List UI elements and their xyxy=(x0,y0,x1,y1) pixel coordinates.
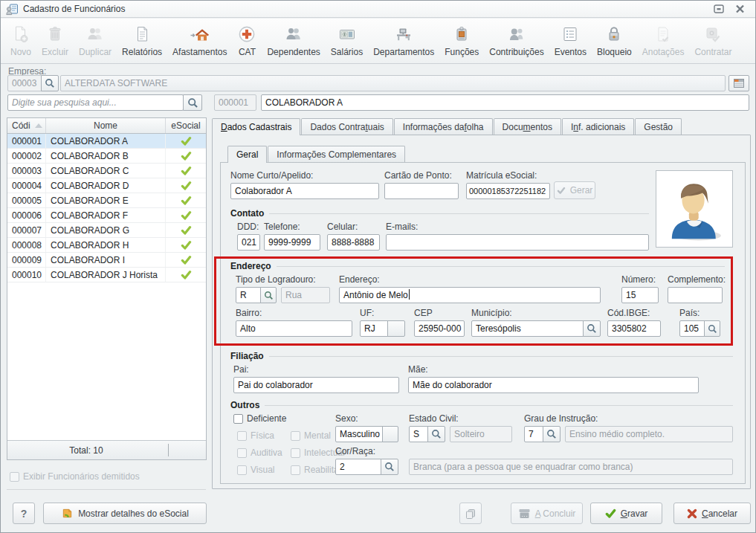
show-dismissed-label: Exibir Funcionários demitidos xyxy=(23,471,140,482)
toolbar-cat-button[interactable]: CAT xyxy=(232,21,262,63)
tab-dados-cadastrais[interactable]: Dados Cadastrais xyxy=(212,118,300,135)
tipo-logradouro-lookup-button[interactable] xyxy=(260,287,277,303)
cor-raca-code-field[interactable]: 2 xyxy=(335,459,381,475)
employee-name: COLABORADOR E xyxy=(46,193,166,207)
pai-label: Pai: xyxy=(233,364,399,375)
ddd-field[interactable]: 021 xyxy=(237,234,260,251)
toolbar-bloqueio-button[interactable]: Bloqueio xyxy=(592,21,637,63)
toolbar-novo-button[interactable]: Novo xyxy=(5,21,36,63)
employee-registration-window: Cadastro de Funcionários Novo Excluir Du… xyxy=(0,0,756,533)
pais-field[interactable]: 105 xyxy=(679,320,705,337)
help-button[interactable]: ? xyxy=(13,503,35,524)
toolbar-salarios-button[interactable]: Salários xyxy=(326,21,368,63)
tab-inf-adicionais[interactable]: Inf. adicionais xyxy=(562,118,634,135)
outros-group-title: Outros xyxy=(230,400,259,410)
toolbar-departamentos-button[interactable]: Departamentos xyxy=(368,21,439,63)
employee-row[interactable]: 000010 COLABORADOR J Horista xyxy=(7,268,206,282)
telefone-field[interactable]: 9999-9999 xyxy=(264,234,320,251)
company-window-button[interactable] xyxy=(728,75,749,91)
employee-row[interactable]: 000005 COLABORADOR E xyxy=(7,193,206,208)
empresa-code-field[interactable]: 00003 xyxy=(7,75,42,91)
mae-field[interactable]: Mãe do colaborador xyxy=(408,377,699,393)
close-button[interactable] xyxy=(731,3,748,15)
visual-checkbox[interactable]: Visual xyxy=(237,465,291,475)
empresa-lookup-button[interactable] xyxy=(41,75,59,91)
gravar-button[interactable]: Gravar xyxy=(590,503,662,524)
employee-code: 000001 xyxy=(7,134,46,148)
toolbar-relatorios-button[interactable]: Relatórios xyxy=(117,21,167,63)
employee-row[interactable]: 000009 COLABORADOR I xyxy=(7,253,206,268)
municipio-lookup-button[interactable] xyxy=(583,320,601,337)
column-header-code[interactable]: Códi xyxy=(7,118,46,133)
employee-row[interactable]: 000004 COLABORADOR D xyxy=(7,178,206,193)
sexo-dropdown-button[interactable] xyxy=(382,426,398,442)
matricula-esocial-field[interactable]: 00000185372251182 xyxy=(466,183,550,199)
cep-field[interactable]: 25950-000 xyxy=(414,320,465,337)
emails-field[interactable] xyxy=(386,234,649,251)
tab-dados-contratuais[interactable]: Dados Contratuais xyxy=(301,118,392,135)
toolbar-excluir-button[interactable]: Excluir xyxy=(36,21,74,63)
auditiva-checkbox[interactable]: Auditiva xyxy=(237,448,291,458)
tab-gestao[interactable]: Gestão xyxy=(635,118,682,135)
cor-raca-lookup-button[interactable] xyxy=(381,459,398,475)
grau-instrucao-lookup-button[interactable] xyxy=(543,426,560,442)
gerar-button[interactable]: Gerar xyxy=(554,181,595,199)
cartao-ponto-field[interactable] xyxy=(384,183,459,199)
sexo-combo-value[interactable]: Masculino xyxy=(335,426,383,442)
toolbar-duplicar-button[interactable]: Duplicar xyxy=(74,21,117,63)
minimize-button[interactable] xyxy=(711,3,727,15)
celular-field[interactable]: 8888-8888 xyxy=(327,234,380,251)
grau-instrucao-code-field[interactable]: 7 xyxy=(524,426,543,442)
employee-row[interactable]: 000002 COLABORADOR B xyxy=(7,149,206,164)
telefone-label: Telefone: xyxy=(264,222,320,232)
column-header-name[interactable]: Nome xyxy=(46,118,166,133)
employee-name: COLABORADOR F xyxy=(46,208,166,222)
estado-civil-code-field[interactable]: S xyxy=(409,426,428,442)
checkbox-box xyxy=(237,465,247,475)
search-button[interactable] xyxy=(183,94,202,111)
employee-name: COLABORADOR G xyxy=(46,223,166,237)
toolbar-contratar-button[interactable]: Contratar xyxy=(689,21,737,63)
column-header-esocial[interactable]: eSocial xyxy=(166,118,206,133)
toolbar-contribuicoes-button[interactable]: Contribuições xyxy=(484,21,549,63)
show-dismissed-checkbox[interactable]: Exibir Funcionários demitidos xyxy=(10,471,140,482)
uf-label: UF: xyxy=(360,308,405,318)
employee-row[interactable]: 000006 COLABORADOR F xyxy=(7,208,206,223)
employee-row[interactable]: 000001 COLABORADOR A xyxy=(7,134,206,149)
pai-field[interactable]: Pai do colaborador xyxy=(233,377,399,393)
employee-photo[interactable] xyxy=(656,170,733,248)
copy-button[interactable] xyxy=(459,503,482,524)
pais-lookup-button[interactable] xyxy=(704,320,720,337)
estado-civil-lookup-button[interactable] xyxy=(427,426,445,442)
tab-informacoes-da-folha[interactable]: Informações da folha xyxy=(394,118,493,135)
selected-employee-name-field[interactable]: COLABORADOR A xyxy=(261,94,749,111)
cod-ibge-label: Cód.IBGE: xyxy=(607,308,661,318)
tab-geral[interactable]: Geral xyxy=(227,146,267,163)
toolbar-eventos-button[interactable]: Eventos xyxy=(549,21,592,63)
toolbar-dependentes-button[interactable]: Dependentes xyxy=(262,21,325,63)
tab-documentos[interactable]: Documentos xyxy=(494,118,561,135)
cancelar-button[interactable]: Cancelar xyxy=(673,503,751,524)
uf-combo-value[interactable]: RJ xyxy=(360,320,388,337)
numero-field[interactable]: 15 xyxy=(621,287,659,303)
toolbar-afastamentos-button[interactable]: Afastamentos xyxy=(167,21,232,63)
toolbar-anotacoes-button[interactable]: Anotações xyxy=(637,21,690,63)
concluir-button[interactable]: A Concluir xyxy=(511,503,583,524)
municipio-field[interactable]: Teresópolis xyxy=(471,320,584,337)
complemento-field[interactable] xyxy=(668,287,723,303)
show-esocial-details-button[interactable]: Mostrar detalhes do eSocial xyxy=(43,503,207,524)
tab-informacoes-complementares[interactable]: Informações Complementares xyxy=(268,146,405,162)
deficiente-checkbox[interactable]: Deficiente xyxy=(233,413,335,424)
nome-curto-field[interactable]: Colaborador A xyxy=(230,183,379,199)
toolbar-funcoes-button[interactable]: Funções xyxy=(439,21,484,63)
cod-ibge-field[interactable]: 3305802 xyxy=(607,320,661,337)
employee-row[interactable]: 000003 COLABORADOR C xyxy=(7,164,206,178)
endereco-field[interactable]: Antônio de Melo xyxy=(339,287,601,303)
employee-row[interactable]: 000007 COLABORADOR G xyxy=(7,223,206,238)
employee-row[interactable]: 000008 COLABORADOR H xyxy=(7,238,206,253)
tipo-logradouro-code-field[interactable]: R xyxy=(236,287,261,303)
uf-dropdown-button[interactable] xyxy=(387,320,405,337)
fisica-checkbox[interactable]: Física xyxy=(237,430,291,441)
bairro-field[interactable]: Alto xyxy=(236,320,352,337)
search-input[interactable]: Digite sua pesquisa aqui... xyxy=(7,94,184,111)
